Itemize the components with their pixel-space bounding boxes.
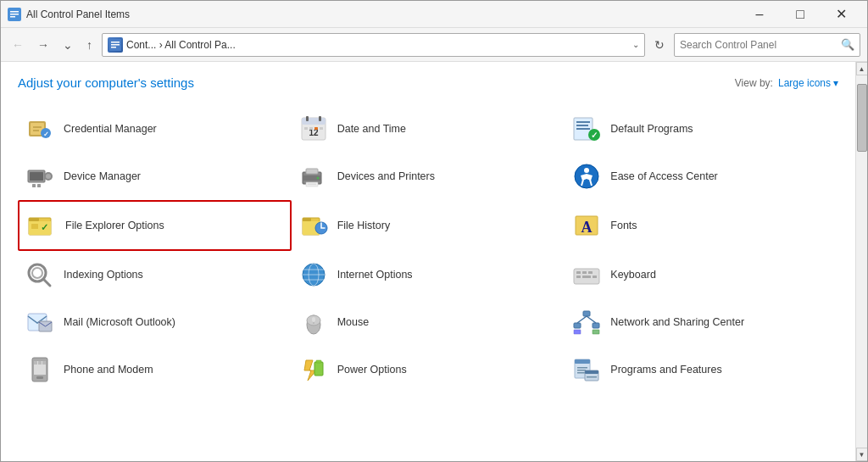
up-button[interactable]: ↑: [82, 36, 97, 53]
item-credential-manager[interactable]: ✓ Credential Manager: [18, 105, 292, 153]
power-options-label: Power Options: [337, 363, 407, 376]
file-explorer-options-icon: ✓: [26, 210, 57, 241]
item-mouse[interactable]: Mouse: [292, 298, 565, 346]
svg-point-42: [584, 168, 589, 173]
forward-button[interactable]: →: [33, 36, 53, 53]
ease-of-access-center-icon: [571, 161, 602, 192]
device-manager-icon: [25, 161, 55, 192]
item-ease-of-access-center[interactable]: Ease of Access Center: [565, 153, 838, 200]
svg-rect-22: [320, 127, 323, 130]
view-by: View by: Large icons ▾: [735, 77, 838, 89]
item-keyboard[interactable]: Keyboard: [565, 251, 838, 298]
refresh-button[interactable]: ↻: [650, 36, 669, 53]
devices-and-printers-icon: [298, 161, 329, 192]
maximize-button[interactable]: □: [781, 1, 820, 28]
mouse-label: Mouse: [337, 315, 370, 329]
internet-options-icon: [298, 259, 329, 290]
item-mail-microsoft-outlook[interactable]: Mail (Microsoft Outlook): [18, 298, 292, 346]
svg-rect-75: [583, 311, 590, 316]
svg-point-32: [46, 174, 51, 179]
svg-point-40: [316, 177, 319, 180]
default-programs-label: Default Programs: [610, 122, 693, 136]
keyboard-icon: [571, 259, 602, 290]
svg-rect-20: [309, 127, 313, 130]
svg-rect-6: [111, 44, 120, 46]
item-phone-and-modem[interactable]: Phone and Modem: [18, 346, 292, 393]
svg-text:✓: ✓: [41, 222, 48, 232]
svg-text:✓: ✓: [591, 131, 598, 140]
date-and-time-icon: 12: [298, 114, 329, 144]
file-history-icon: [298, 210, 329, 241]
svg-rect-63: [576, 271, 581, 274]
svg-rect-89: [316, 360, 321, 363]
programs-and-features-label: Programs and Features: [610, 363, 721, 376]
svg-rect-44: [29, 218, 39, 221]
item-power-options[interactable]: Power Options: [292, 346, 565, 393]
svg-rect-91: [575, 359, 590, 364]
svg-rect-96: [585, 370, 598, 374]
search-bar[interactable]: 🔍: [674, 33, 860, 57]
recent-locations-button[interactable]: ⌄: [58, 36, 77, 53]
scroll-down-arrow[interactable]: ▼: [856, 448, 868, 461]
view-by-value-text: Large icons: [778, 77, 831, 89]
svg-rect-37: [306, 169, 318, 174]
close-button[interactable]: ✕: [821, 1, 860, 28]
svg-rect-88: [314, 362, 323, 376]
item-device-manager[interactable]: Device Manager: [18, 153, 292, 200]
title-bar: All Control Panel Items – □ ✕: [1, 1, 867, 28]
scroll-up-arrow[interactable]: ▲: [856, 62, 868, 75]
svg-rect-87: [42, 361, 46, 365]
svg-rect-30: [30, 172, 43, 181]
item-network-and-sharing-center[interactable]: Network and Sharing Center: [565, 298, 838, 346]
fonts-label: Fonts: [610, 219, 637, 232]
window: All Control Panel Items – □ ✕ ← → ⌄ ↑ Co…: [0, 0, 868, 462]
svg-rect-80: [574, 330, 581, 334]
item-default-programs[interactable]: ✓ Default Programs: [565, 105, 838, 153]
svg-rect-97: [587, 376, 597, 378]
item-devices-and-printers[interactable]: Devices and Printers: [292, 153, 565, 200]
power-options-icon: [298, 354, 329, 385]
svg-point-74: [312, 317, 315, 322]
svg-rect-33: [32, 184, 36, 187]
address-dropdown-button[interactable]: ⌄: [632, 40, 639, 49]
item-file-explorer-options[interactable]: ✓ File Explorer Options: [18, 200, 292, 251]
svg-rect-81: [593, 330, 599, 334]
item-indexing-options[interactable]: Indexing Options: [18, 251, 292, 298]
programs-and-features-icon: [571, 354, 602, 385]
item-internet-options[interactable]: Internet Options: [292, 251, 565, 298]
back-button[interactable]: ←: [8, 36, 28, 53]
devices-and-printers-label: Devices and Printers: [337, 170, 435, 183]
search-icon: 🔍: [841, 38, 854, 51]
svg-rect-46: [31, 224, 38, 229]
minimize-button[interactable]: –: [740, 1, 779, 28]
svg-rect-65: [588, 271, 593, 274]
svg-rect-7: [111, 47, 116, 48]
default-programs-icon: ✓: [571, 114, 602, 144]
search-input[interactable]: [680, 39, 841, 51]
item-file-history[interactable]: File History: [292, 200, 565, 251]
page-title: Adjust your computer's settings: [18, 75, 194, 90]
address-bar[interactable]: Cont... › All Control Pa... ⌄: [102, 33, 645, 57]
address-path: Cont... › All Control Pa...: [126, 39, 629, 51]
item-date-and-time[interactable]: 12 Date and Time: [292, 105, 565, 153]
indexing-options-label: Indexing Options: [64, 268, 143, 281]
item-programs-and-features[interactable]: Programs and Features: [565, 346, 838, 393]
window-controls: – □ ✕: [740, 1, 860, 28]
file-history-label: File History: [337, 219, 391, 232]
internet-options-label: Internet Options: [337, 268, 413, 281]
view-by-dropdown[interactable]: Large icons ▾: [778, 77, 838, 89]
date-and-time-label: Date and Time: [337, 122, 406, 136]
settings-header: Adjust your computer's settings View by:…: [18, 75, 838, 90]
item-fonts[interactable]: A Fonts: [565, 200, 838, 251]
mail-microsoft-outlook-icon: [25, 307, 55, 337]
svg-rect-92: [577, 367, 587, 369]
mail-microsoft-outlook-label: Mail (Microsoft Outlook): [64, 315, 175, 329]
svg-rect-64: [582, 271, 587, 274]
svg-line-79: [587, 316, 596, 323]
svg-rect-3: [10, 16, 15, 18]
ease-of-access-center-label: Ease of Access Center: [610, 170, 717, 183]
svg-rect-19: [304, 127, 308, 130]
svg-rect-49: [303, 218, 311, 221]
icons-grid: ✓ Credential Manager 12: [18, 105, 838, 393]
scroll-thumb[interactable]: [857, 84, 867, 152]
